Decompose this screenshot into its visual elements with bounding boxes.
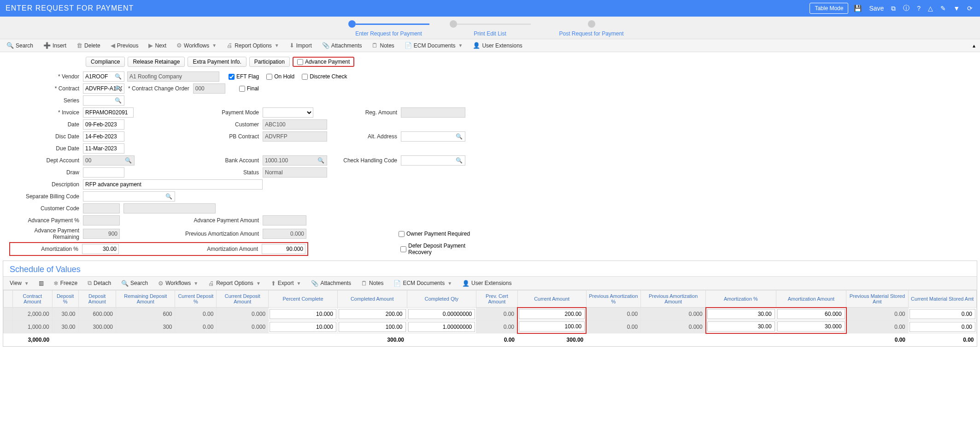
col-contract-amount[interactable]: Contract Amount (13, 291, 53, 308)
cell-completed_qty[interactable] (408, 309, 475, 319)
col-percent-complete[interactable]: Percent Complete (269, 291, 338, 308)
refresh-icon[interactable]: ⟳ (965, 4, 974, 13)
step-2[interactable]: Print Edit List (440, 20, 541, 37)
cell-current_amount[interactable] (519, 309, 585, 319)
sov-user-ext-button[interactable]: 👤User Extensions (460, 279, 513, 288)
cell-percent_complete[interactable] (270, 322, 336, 332)
sov-report-options-button[interactable]: 🖨Report Options▼ (206, 279, 263, 288)
discrete-check-checkbox[interactable] (302, 74, 308, 80)
sov-view-button[interactable]: View▼ (8, 279, 31, 288)
check-handling-input[interactable] (401, 155, 465, 166)
tab-extra-payment[interactable]: Extra Payment Info. (188, 57, 246, 67)
col-amort-amt[interactable]: Amortization Amount (776, 291, 846, 308)
notes-button[interactable]: 🗒Notes (370, 41, 396, 50)
col-current-amount[interactable]: Current Amount (517, 291, 586, 308)
edit-icon[interactable]: ✎ (939, 4, 948, 13)
series-input[interactable] (83, 95, 124, 106)
save-icon[interactable]: 💾 (852, 4, 863, 13)
col-current-deposit-pct[interactable]: Current Deposit % (175, 291, 217, 308)
delete-button[interactable]: 🗑Delete (75, 41, 102, 50)
col-amort-pct[interactable]: Amortization % (706, 291, 776, 308)
sov-notes-button[interactable]: 🗒Notes (359, 279, 385, 288)
sov-detach-button[interactable]: ⧉Detach (86, 278, 113, 288)
insert-button[interactable]: ➕Insert (41, 41, 68, 50)
import-button[interactable]: ⬇Import (288, 41, 314, 50)
cell-amort_pct[interactable] (707, 321, 775, 332)
sep-billing-input[interactable] (83, 191, 175, 202)
attachments-button[interactable]: 📎Attachments (320, 41, 364, 50)
date-input[interactable] (83, 119, 124, 130)
defer-deposit-checkbox[interactable] (400, 246, 406, 252)
cell-completed_qty[interactable] (408, 322, 475, 332)
due-date-input[interactable] (83, 143, 124, 154)
workflows-button[interactable]: ⚙Workflows▼ (175, 41, 218, 50)
cell-amort_amt[interactable] (777, 321, 845, 332)
col-remaining-deposit[interactable]: Remaining Deposit Amount (116, 291, 175, 308)
col-deposit-pct[interactable]: Deposit % (52, 291, 78, 308)
step-1[interactable]: Enter Request for Payment (338, 20, 440, 37)
next-button[interactable]: ▶Next (147, 41, 168, 50)
sov-attachments-button[interactable]: 📎Attachments (309, 279, 353, 288)
invoice-input[interactable] (83, 107, 134, 118)
chevron-down-icon[interactable]: ▼ (951, 4, 962, 13)
owner-payment-checkbox[interactable] (399, 231, 405, 237)
tab-compliance[interactable]: Compliance (86, 57, 125, 67)
cell-curr_mat_stored[interactable] (910, 309, 975, 319)
cell-percent_complete[interactable] (270, 309, 336, 319)
final-checkbox[interactable] (239, 86, 245, 92)
col-prev-amort-amt[interactable]: Previous Amortization Amount (641, 291, 706, 308)
payment-mode-select[interactable] (263, 107, 313, 118)
col-completed-qty[interactable]: Completed Qty (407, 291, 476, 308)
cell-amort_pct[interactable] (707, 309, 775, 319)
col-current-deposit-amt[interactable]: Current Deposit Amount (217, 291, 269, 308)
col-completed-amount[interactable]: Completed Amount (337, 291, 407, 308)
description-input[interactable] (83, 179, 263, 190)
contract-input[interactable] (83, 83, 124, 94)
report-options-button[interactable]: 🖨Report Options▼ (225, 41, 281, 50)
table-mode-button[interactable]: Table Mode (810, 3, 848, 14)
amort-pct-input[interactable] (82, 244, 119, 254)
step-3[interactable]: Post Request for Payment (541, 20, 642, 37)
vendor-input[interactable] (83, 71, 124, 82)
col-prev-amort-pct[interactable]: Previous Amortization % (586, 291, 640, 308)
sov-export-button[interactable]: ⬆Export▼ (269, 279, 303, 288)
table-row[interactable]: 1,000.0030.00300.0003000.000.0000.000.00… (4, 320, 977, 333)
total-curr-mat-stored: 0.00 (908, 333, 976, 346)
cell-completed_amount[interactable] (339, 309, 406, 319)
dept-account-input[interactable] (83, 155, 135, 166)
alt-address-input[interactable] (401, 131, 465, 142)
col-curr-mat-stored[interactable]: Current Material Stored Amt (908, 291, 976, 308)
cell-current_amount[interactable] (519, 321, 585, 332)
col-deposit-amount[interactable]: Deposit Amount (78, 291, 116, 308)
col-prev-mat-stored[interactable]: Previous Material Stored Amt (846, 291, 908, 308)
cell-completed_amount[interactable] (339, 322, 406, 332)
draw-input[interactable] (83, 167, 124, 178)
tab-release-retainage[interactable]: Release Retainage (128, 57, 185, 67)
copy-icon[interactable]: ⧉ (889, 4, 898, 13)
save-label[interactable]: Save (867, 4, 886, 13)
collapse-icon[interactable]: ▴ (973, 42, 975, 49)
col-prev-cert[interactable]: Prev. Cert Amount (476, 291, 517, 308)
amort-amt-input[interactable] (262, 244, 305, 254)
ecm-button[interactable]: 📄ECM Documents▼ (403, 41, 465, 50)
sov-ecm-button[interactable]: 📄ECM Documents▼ (392, 279, 454, 288)
cell-curr_mat_stored[interactable] (910, 322, 975, 332)
eft-flag-checkbox[interactable] (229, 74, 235, 80)
table-row[interactable]: 2,000.0030.00600.0006000.000.0000.000.00… (4, 308, 977, 320)
search-button[interactable]: 🔍Search (5, 41, 35, 50)
disc-date-input[interactable] (83, 131, 124, 142)
warning-icon[interactable]: △ (926, 4, 935, 13)
sov-freeze-button[interactable]: ❄Freeze (52, 279, 79, 288)
on-hold-checkbox[interactable] (266, 74, 272, 80)
sov-search-button[interactable]: 🔍Search (119, 279, 150, 288)
previous-button[interactable]: ◀Previous (109, 41, 141, 50)
tab-participation[interactable]: Participation (249, 57, 290, 67)
bank-account-input[interactable] (263, 155, 327, 166)
sov-workflows-button[interactable]: ⚙Workflows▼ (156, 279, 200, 288)
sov-tree-icon[interactable]: ▥ (37, 279, 45, 288)
user-extensions-button[interactable]: 👤User Extensions (471, 41, 524, 50)
advance-payment-checkbox[interactable] (297, 59, 303, 65)
cell-amort_amt[interactable] (777, 309, 845, 319)
info-icon[interactable]: ⓘ (901, 3, 911, 13)
help-icon[interactable]: ? (915, 4, 922, 13)
